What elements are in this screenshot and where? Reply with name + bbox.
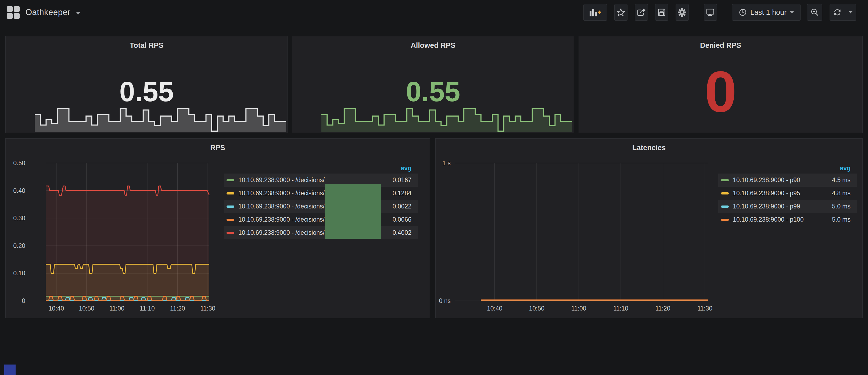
clock-icon: [739, 8, 747, 17]
legend-series-color-icon: [226, 192, 234, 194]
legend-series-avg-value: 4.5 ms: [805, 177, 850, 184]
legend-series-avg-value: 0.0167: [366, 177, 411, 184]
legend-avg-header[interactable]: avg: [224, 160, 418, 174]
stat-value-denied-rps: 0: [579, 63, 862, 121]
chevron-down-icon: [790, 11, 794, 13]
axis-tick-label: 0: [6, 297, 25, 305]
green-overlay-rect: [324, 184, 381, 239]
axis-tick-label: 10:50: [519, 305, 554, 313]
axis-tick-label: 11:00: [99, 305, 134, 313]
axis-tick-label: 0.40: [6, 187, 25, 194]
legend-series-label[interactable]: 10.10.69.238:9000 - /decisions/: [238, 177, 366, 184]
stat-value-allowed-rps: 0.55: [292, 77, 574, 105]
legend-row[interactable]: 10.10.69.238:9000 - /decisions/0.1284: [224, 187, 418, 200]
axis-tick-label: 11:30: [687, 305, 722, 313]
legend-avg-header[interactable]: avg: [718, 160, 857, 174]
axis-tick-label: 10:40: [39, 305, 74, 313]
grid-square: [14, 13, 20, 19]
refresh-button-group: [830, 4, 856, 21]
latencies-chart-canvas[interactable]: [455, 163, 708, 301]
panel-title[interactable]: Denied RPS: [579, 39, 862, 52]
axis-tick-label: 0.50: [6, 159, 25, 167]
axis-tick-label: 11:00: [561, 305, 596, 313]
rps-legend: avg 10.10.69.238:9000 - /decisions/0.016…: [224, 160, 418, 239]
bar-chart-plus-icon: [589, 8, 601, 17]
zoom-out-button[interactable]: [807, 4, 822, 21]
time-range-label: Last 1 hour: [750, 8, 786, 17]
legend-series-color-icon: [721, 192, 729, 194]
star-icon: [617, 8, 625, 17]
panel-latencies-chart: Latencies 1 s0 ns 10:4010:5011:0011:1011…: [435, 138, 863, 318]
star-button[interactable]: [614, 4, 627, 21]
dashboard-title[interactable]: Oathkeeper: [26, 7, 70, 17]
axis-tick-label: 10:40: [477, 305, 512, 313]
refresh-button[interactable]: [830, 4, 845, 21]
panel-total-rps: Total RPS 0.55: [5, 36, 288, 133]
axis-tick-label: 11:10: [130, 305, 165, 313]
legend-series-label[interactable]: 10.10.69.238:9000 - p100: [733, 216, 805, 223]
legend-series-label[interactable]: 10.10.69.238:9000 - p90: [733, 177, 805, 184]
grid-square: [7, 6, 12, 12]
legend-series-label[interactable]: 10.10.69.238:9000 - p95: [733, 190, 805, 197]
legend-series-avg-value: 5.0 ms: [805, 203, 850, 210]
legend-row[interactable]: 10.10.69.238:9000 - p904.5 ms: [718, 174, 857, 187]
save-button[interactable]: [655, 4, 668, 21]
legend-row[interactable]: 10.10.69.238:9000 - /decisions/0.0167: [224, 174, 418, 187]
rps-chart-canvas[interactable]: [46, 163, 209, 301]
chevron-down-icon[interactable]: [76, 12, 80, 14]
axis-tick-label: 11:20: [646, 305, 680, 313]
dashboard-settings-button[interactable]: [676, 4, 689, 21]
grid-square: [7, 13, 12, 19]
legend-row[interactable]: 10.10.69.238:9000 - /decisions/0.4002: [224, 226, 418, 239]
monitor-icon: [706, 8, 715, 17]
dashboard-grid-icon[interactable]: [7, 6, 20, 19]
legend-series-label[interactable]: 10.10.69.238:9000 - p99: [733, 203, 805, 210]
legend-row[interactable]: 10.10.69.238:9000 - /decisions/0.0022: [224, 200, 418, 213]
legend-series-color-icon: [721, 219, 729, 221]
legend-series-color-icon: [226, 179, 234, 181]
legend-series-color-icon: [226, 206, 234, 208]
axis-tick-label: 10:50: [69, 305, 104, 313]
panel-title[interactable]: Latencies: [436, 141, 862, 154]
grid-square: [14, 6, 20, 12]
axis-tick-label: 0 ns: [436, 297, 451, 305]
axis-tick-label: 0.10: [6, 270, 25, 277]
save-icon: [657, 8, 666, 17]
legend-series-avg-value: 5.0 ms: [805, 216, 850, 223]
legend-series-color-icon: [721, 206, 729, 208]
panel-title[interactable]: Allowed RPS: [292, 39, 574, 52]
panel-denied-rps: Denied RPS 0: [579, 36, 863, 133]
panel-allowed-rps: Allowed RPS 0.55: [292, 36, 574, 133]
legend-series-color-icon: [721, 179, 729, 181]
legend-row[interactable]: 10.10.69.238:9000 - /decisions/0.0066: [224, 213, 418, 226]
zoom-out-icon: [810, 8, 819, 17]
dashboard-header: Oathkeeper: [0, 0, 868, 25]
refresh-icon: [833, 8, 842, 17]
time-range-picker[interactable]: Last 1 hour: [732, 4, 801, 21]
axis-tick-label: 11:30: [190, 305, 225, 313]
latencies-legend: avg 10.10.69.238:9000 - p904.5 ms10.10.6…: [718, 160, 857, 226]
axis-tick-label: 11:10: [603, 305, 638, 313]
legend-row[interactable]: 10.10.69.238:9000 - p995.0 ms: [718, 200, 857, 213]
axis-tick-label: 1 s: [436, 159, 451, 167]
axis-tick-label: 11:20: [160, 305, 195, 313]
legend-row[interactable]: 10.10.69.238:9000 - p1005.0 ms: [718, 213, 857, 226]
add-panel-button[interactable]: [583, 4, 607, 21]
legend-series-avg-value: 4.8 ms: [805, 190, 850, 197]
axis-tick-label: 0.30: [6, 214, 25, 222]
share-icon: [637, 8, 646, 17]
axis-tick-label: 0.20: [6, 242, 25, 250]
gear-icon: [678, 8, 687, 17]
panel-title[interactable]: RPS: [6, 141, 430, 154]
corner-blue-square: [4, 365, 16, 375]
cycle-view-mode-button[interactable]: [704, 4, 717, 21]
share-button[interactable]: [635, 4, 648, 21]
panel-title[interactable]: Total RPS: [6, 39, 287, 52]
chevron-down-icon: [849, 11, 852, 13]
legend-row[interactable]: 10.10.69.238:9000 - p954.8 ms: [718, 187, 857, 200]
stat-value-total-rps: 0.55: [6, 77, 287, 105]
legend-series-color-icon: [226, 232, 234, 234]
refresh-interval-button[interactable]: [845, 4, 856, 21]
legend-series-color-icon: [226, 219, 234, 221]
